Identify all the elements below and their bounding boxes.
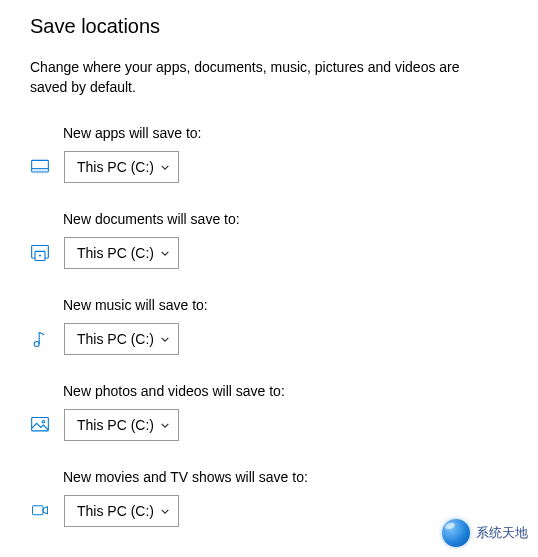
page-title: Save locations xyxy=(30,15,508,38)
apps-location-dropdown[interactable]: This PC (C:) xyxy=(64,151,179,183)
watermark-text: 系统天地 xyxy=(476,524,528,542)
svg-point-10 xyxy=(34,342,39,347)
video-icon xyxy=(30,501,50,521)
chevron-down-icon xyxy=(160,506,170,516)
documents-location-dropdown[interactable]: This PC (C:) xyxy=(64,237,179,269)
chevron-down-icon xyxy=(160,162,170,172)
chevron-down-icon xyxy=(160,334,170,344)
setting-photos: New photos and videos will save to: This… xyxy=(30,383,508,441)
music-icon xyxy=(30,329,50,349)
setting-documents: New documents will save to: This PC (C:) xyxy=(30,211,508,269)
svg-line-12 xyxy=(39,333,44,336)
svg-rect-13 xyxy=(32,418,49,431)
setting-music-label: New music will save to: xyxy=(63,297,508,313)
chevron-down-icon xyxy=(160,248,170,258)
setting-movies-label: New movies and TV shows will save to: xyxy=(63,469,508,485)
watermark: 系统天地 xyxy=(442,519,528,547)
svg-point-14 xyxy=(42,421,45,424)
setting-movies: New movies and TV shows will save to: Th… xyxy=(30,469,508,527)
movies-location-dropdown[interactable]: This PC (C:) xyxy=(64,495,179,527)
pictures-icon xyxy=(30,415,50,435)
chevron-down-icon xyxy=(160,420,170,430)
photos-location-dropdown[interactable]: This PC (C:) xyxy=(64,409,179,441)
dropdown-value: This PC (C:) xyxy=(77,417,154,433)
setting-apps: New apps will save to: This PC (C:) xyxy=(30,125,508,183)
setting-photos-label: New photos and videos will save to: xyxy=(63,383,508,399)
page-description: Change where your apps, documents, music… xyxy=(30,58,500,97)
dropdown-value: This PC (C:) xyxy=(77,159,154,175)
setting-documents-label: New documents will save to: xyxy=(63,211,508,227)
dropdown-value: This PC (C:) xyxy=(77,331,154,347)
music-location-dropdown[interactable]: This PC (C:) xyxy=(64,323,179,355)
setting-apps-label: New apps will save to: xyxy=(63,125,508,141)
apps-icon xyxy=(30,157,50,177)
dropdown-value: This PC (C:) xyxy=(77,503,154,519)
svg-rect-0 xyxy=(32,161,49,173)
setting-music: New music will save to: This PC (C:) xyxy=(30,297,508,355)
svg-marker-16 xyxy=(43,507,48,515)
globe-icon xyxy=(442,519,470,547)
dropdown-value: This PC (C:) xyxy=(77,245,154,261)
svg-rect-15 xyxy=(33,506,44,515)
svg-point-9 xyxy=(39,255,41,257)
documents-icon xyxy=(30,243,50,263)
